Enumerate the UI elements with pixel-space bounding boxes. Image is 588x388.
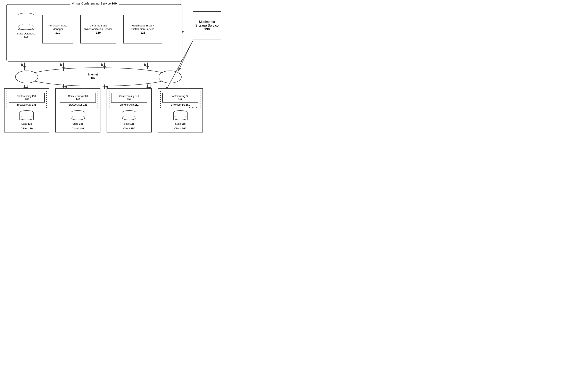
clients-area: Conferencing GUI 132 Browser/App 131 Sta…	[4, 88, 221, 132]
gui-130-label: Conferencing GUI 132	[11, 95, 43, 100]
gui-140-dashed: Conferencing GUI 142 Browser/App 141	[58, 91, 98, 108]
multimedia-storage-number: 190	[204, 27, 210, 31]
browser-130-label: Browser/App 131	[9, 103, 45, 106]
client-150-label: Client 150	[109, 127, 149, 130]
state-130-label: State 135	[7, 122, 47, 125]
client-150-box: Conferencing GUI 152 Browser/App 151 Sta…	[107, 88, 152, 132]
client-130-box: Conferencing GUI 132 Browser/App 131 Sta…	[4, 88, 49, 132]
state-140-label: State 145	[58, 122, 98, 125]
sc-bottom	[173, 116, 187, 120]
vcs-title: Virtual Conferencing Service 100	[70, 2, 119, 5]
state-140-cylinder	[71, 110, 85, 121]
gui-150-inner: Conferencing GUI 152	[111, 93, 147, 102]
state-160-cylinder	[173, 110, 187, 121]
client-140-box: Conferencing GUI 142 Browser/App 141 Sta…	[55, 88, 100, 132]
cylinder-bottom	[18, 24, 34, 30]
gui-160-label: Conferencing GUI 162	[164, 95, 196, 100]
state-160-label: State 165	[160, 122, 201, 125]
svg-point-8	[159, 71, 181, 83]
multimedia-stream-box: Multimedia Stream Distribution Service 1…	[123, 15, 162, 44]
client-160-label: Client 160	[160, 127, 201, 130]
state-130-cylinder	[20, 110, 34, 121]
state-130-area: State 135	[7, 110, 47, 125]
persistent-state-box: Persistent State Manager 110	[43, 15, 73, 44]
multimedia-storage-label: Multimedia Storage Service	[195, 20, 219, 27]
state-db-container: State Database 115	[13, 13, 39, 38]
svg-point-6	[27, 68, 170, 86]
sc-bottom	[122, 116, 136, 120]
state-db-cylinder	[18, 13, 34, 31]
multimedia-storage-box: Multimedia Storage Service 190	[193, 11, 221, 40]
gui-150-dashed: Conferencing GUI 152 Browser/App 151	[109, 91, 149, 108]
internet-label: Internet 180	[88, 73, 98, 79]
gui-140-inner: Conferencing GUI 142	[60, 93, 96, 102]
dynamic-state-box: Dynamic State Synchronization Service 12…	[80, 15, 116, 44]
multimedia-stream-label: Multimedia Stream Distribution Service	[125, 24, 160, 31]
gui-140-label: Conferencing GUI 142	[62, 95, 94, 100]
internet-number: 180	[88, 76, 98, 79]
persistent-state-label: Persistent State Manager	[45, 24, 71, 31]
continuation-dashes: - - -	[189, 105, 198, 110]
state-db-label: State Database 115	[13, 32, 39, 38]
vcs-label: Virtual Conferencing Service	[72, 2, 111, 5]
svg-point-7	[15, 71, 38, 83]
gui-160-inner: Conferencing GUI 162	[162, 93, 198, 102]
dynamic-state-number: 120	[96, 31, 101, 34]
client-130-label: Client 130	[7, 127, 47, 130]
vcs-box: Virtual Conferencing Service 100 State D…	[6, 4, 182, 62]
state-160-area: State 165	[160, 110, 201, 125]
state-150-area: State 155	[109, 110, 149, 125]
internet-text: Internet	[88, 73, 98, 76]
gui-130-dashed: Conferencing GUI 132 Browser/App 131	[7, 91, 47, 108]
gui-130-inner: Conferencing GUI 132	[9, 93, 45, 102]
state-140-area: State 145	[58, 110, 98, 125]
dynamic-state-label: Dynamic State Synchronization Service	[82, 24, 114, 31]
client-160-box: Conferencing GUI 162 Browser/App 161 Sta…	[158, 88, 203, 132]
browser-140-label: Browser/App 141	[60, 103, 96, 106]
multimedia-stream-number: 125	[140, 31, 145, 34]
sc-bottom	[71, 116, 85, 120]
browser-150-label: Browser/App 151	[111, 103, 147, 106]
state-150-label: State 155	[109, 122, 149, 125]
gui-150-label: Conferencing GUI 152	[113, 95, 145, 100]
persistent-state-number: 110	[55, 31, 60, 34]
client-140-label: Client 140	[58, 127, 98, 130]
sc-bottom	[20, 116, 34, 120]
state-150-cylinder	[122, 110, 136, 121]
vcs-number: 100	[112, 2, 117, 5]
